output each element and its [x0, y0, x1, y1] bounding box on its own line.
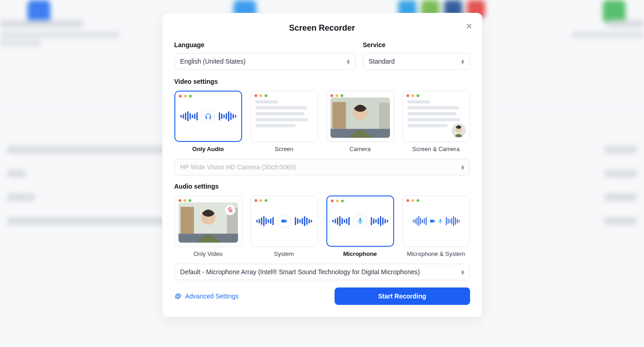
service-label: Service: [363, 41, 470, 49]
video-option-label: Camera: [349, 146, 370, 152]
chevron-updown-icon: ▴▾: [347, 59, 350, 64]
svg-rect-2: [332, 102, 346, 129]
mic-off-icon: [225, 205, 235, 215]
chevron-updown-icon: ▴▾: [461, 164, 464, 170]
audio-settings-label: Audio settings: [174, 183, 470, 190]
service-select[interactable]: Standard ▴▾: [363, 53, 470, 70]
language-label: Language: [174, 41, 356, 49]
close-button[interactable]: [463, 20, 476, 33]
modal-title: Screen Recorder: [174, 23, 470, 33]
start-recording-button[interactable]: Start Recording: [335, 287, 470, 305]
microphone-device-select[interactable]: Default - Microphone Array (Intel® Smart…: [174, 264, 470, 280]
video-option-label: Screen & Camera: [412, 146, 460, 152]
svg-rect-9: [180, 207, 194, 234]
video-option-label: Only Audio: [192, 146, 224, 152]
video-camera-icon: [277, 214, 291, 228]
camera-device-select[interactable]: HP Wide Vision HD Camera (30c9:0069) ▴▾: [174, 159, 470, 175]
chevron-updown-icon: ▴▾: [461, 59, 464, 64]
audio-option-label: System: [274, 250, 294, 257]
camera-device-value: HP Wide Vision HD Camera (30c9:0069): [180, 163, 296, 171]
microphone-icon: [353, 214, 367, 228]
svg-rect-3: [379, 103, 390, 129]
advanced-settings-link[interactable]: Advanced Settings: [174, 293, 239, 300]
gear-icon: [174, 293, 182, 300]
video-option-screen[interactable]: [250, 91, 318, 142]
audio-options: Only Video System: [174, 195, 470, 257]
screen-recorder-modal: Screen Recorder Language English (United…: [162, 13, 482, 317]
chevron-updown-icon: ▴▾: [461, 269, 464, 275]
video-option-camera[interactable]: [326, 91, 394, 142]
audio-option-system[interactable]: [250, 195, 318, 247]
video-options: Only Audio Screen: [174, 91, 470, 152]
audio-option-microphone[interactable]: [326, 195, 394, 247]
headphones-icon: [201, 109, 215, 123]
language-value: English (United States): [180, 58, 246, 65]
video-option-only-audio[interactable]: [174, 91, 242, 142]
microphone-device-value: Default - Microphone Array (Intel® Smart…: [180, 268, 420, 276]
svg-rect-14: [430, 220, 433, 222]
advanced-settings-label: Advanced Settings: [185, 293, 239, 300]
video-camera-icon: [429, 218, 436, 224]
video-option-label: Screen: [275, 146, 293, 152]
audio-option-label: Microphone: [343, 250, 377, 257]
service-value: Standard: [369, 58, 395, 65]
audio-option-only-video[interactable]: [174, 195, 242, 247]
video-option-screen-camera[interactable]: [402, 91, 470, 142]
svg-rect-13: [281, 220, 285, 223]
audio-option-label: Microphone & System: [407, 250, 465, 257]
video-settings-label: Video settings: [174, 78, 470, 85]
microphone-icon: [438, 218, 443, 224]
language-select[interactable]: English (United States) ▴▾: [174, 53, 356, 70]
audio-option-label: Only Video: [194, 250, 222, 257]
close-icon: [465, 22, 473, 30]
audio-option-mic-system[interactable]: [402, 195, 470, 247]
